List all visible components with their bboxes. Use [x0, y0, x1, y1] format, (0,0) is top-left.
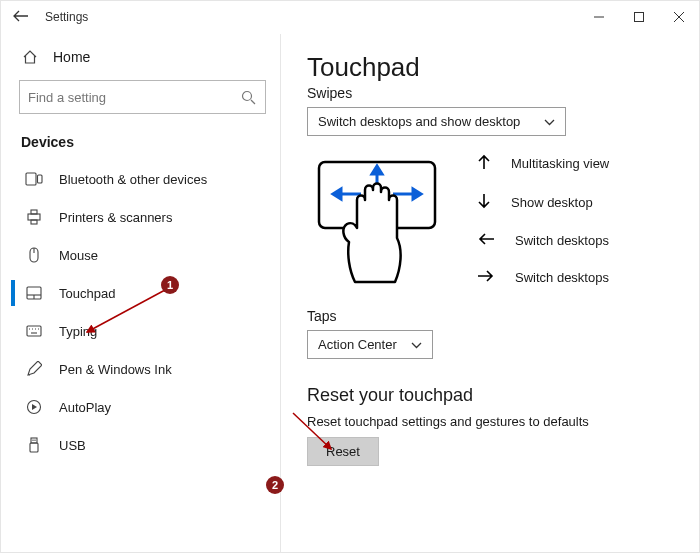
nav-label: Typing: [59, 324, 97, 339]
content-pane: Touchpad Swipes Switch desktops and show…: [281, 34, 699, 553]
titlebar: Settings: [1, 1, 699, 34]
gesture-row-up: Multitasking view: [477, 154, 609, 173]
taps-label: Taps: [307, 308, 675, 324]
reset-section-title: Reset your touchpad: [307, 385, 675, 406]
settings-window: Settings Home Find a setting: [0, 0, 700, 553]
gesture-row-left: Switch desktops: [477, 232, 609, 249]
page-title: Touchpad: [307, 52, 675, 83]
close-button[interactable]: [659, 2, 699, 32]
gesture-label: Show desktop: [511, 195, 593, 210]
nav-label: Touchpad: [59, 286, 115, 301]
search-placeholder: Find a setting: [28, 90, 106, 105]
sidebar: Home Find a setting Devices Bluetooth & …: [1, 34, 281, 553]
arrow-up-icon: [477, 154, 491, 173]
sidebar-item-bluetooth[interactable]: Bluetooth & other devices: [11, 160, 280, 198]
nav-label: USB: [59, 438, 86, 453]
home-icon: [21, 48, 39, 66]
svg-line-5: [251, 100, 255, 104]
sidebar-item-printers[interactable]: Printers & scanners: [11, 198, 280, 236]
dropdown-value: Action Center: [318, 337, 397, 352]
home-label: Home: [53, 49, 90, 65]
svg-rect-7: [38, 175, 43, 183]
svg-rect-24: [30, 443, 38, 452]
arrow-down-icon: [477, 193, 491, 212]
reset-section-desc: Reset touchpad settings and gestures to …: [307, 414, 675, 429]
maximize-button[interactable]: [619, 2, 659, 32]
search-icon: [239, 88, 257, 106]
search-input[interactable]: Find a setting: [19, 80, 266, 114]
annotation-marker-1: 1: [161, 276, 179, 294]
sidebar-item-touchpad[interactable]: Touchpad: [11, 274, 280, 312]
svg-rect-1: [635, 13, 644, 22]
arrow-left-icon: [477, 232, 495, 249]
annotation-marker-2: 2: [266, 476, 284, 494]
svg-rect-16: [27, 326, 41, 336]
sidebar-item-pen[interactable]: Pen & Windows Ink: [11, 350, 280, 388]
back-button[interactable]: [11, 8, 31, 26]
nav-label: Printers & scanners: [59, 210, 172, 225]
chevron-down-icon: [544, 114, 555, 129]
pen-icon: [25, 360, 43, 378]
sidebar-home[interactable]: Home: [11, 40, 280, 74]
nav-label: AutoPlay: [59, 400, 111, 415]
sidebar-section-label: Devices: [11, 128, 280, 160]
svg-rect-6: [26, 173, 36, 185]
svg-rect-8: [28, 214, 40, 220]
minimize-button[interactable]: [579, 2, 619, 32]
chevron-down-icon: [411, 337, 422, 352]
usb-icon: [25, 436, 43, 454]
gesture-label: Switch desktops: [515, 270, 609, 285]
printer-icon: [25, 208, 43, 226]
gesture-row-down: Show desktop: [477, 193, 609, 212]
reset-button[interactable]: Reset: [307, 437, 379, 466]
nav-label: Mouse: [59, 248, 98, 263]
svg-rect-10: [31, 220, 37, 224]
gesture-label: Multitasking view: [511, 156, 609, 171]
touchpad-gesture-illustration: [307, 150, 447, 294]
devices-icon: [25, 170, 43, 188]
touchpad-icon: [25, 284, 43, 302]
taps-dropdown[interactable]: Action Center: [307, 330, 433, 359]
sidebar-item-autoplay[interactable]: AutoPlay: [11, 388, 280, 426]
sidebar-item-mouse[interactable]: Mouse: [11, 236, 280, 274]
gesture-list: Multitasking view Show desktop Switch de…: [477, 154, 609, 286]
svg-point-4: [242, 91, 251, 100]
gesture-label: Switch desktops: [515, 233, 609, 248]
arrow-right-icon: [477, 269, 495, 286]
swipes-label: Swipes: [307, 85, 675, 101]
dropdown-value: Switch desktops and show desktop: [318, 114, 520, 129]
sidebar-item-usb[interactable]: USB: [11, 426, 280, 464]
autoplay-icon: [25, 398, 43, 416]
keyboard-icon: [25, 322, 43, 340]
nav-label: Pen & Windows Ink: [59, 362, 172, 377]
sidebar-item-typing[interactable]: Typing: [11, 312, 280, 350]
swipes-dropdown[interactable]: Switch desktops and show desktop: [307, 107, 566, 136]
nav-label: Bluetooth & other devices: [59, 172, 207, 187]
window-title: Settings: [45, 10, 88, 24]
mouse-icon: [25, 246, 43, 264]
gesture-row-right: Switch desktops: [477, 269, 609, 286]
svg-rect-9: [31, 210, 37, 214]
svg-rect-23: [31, 438, 37, 443]
